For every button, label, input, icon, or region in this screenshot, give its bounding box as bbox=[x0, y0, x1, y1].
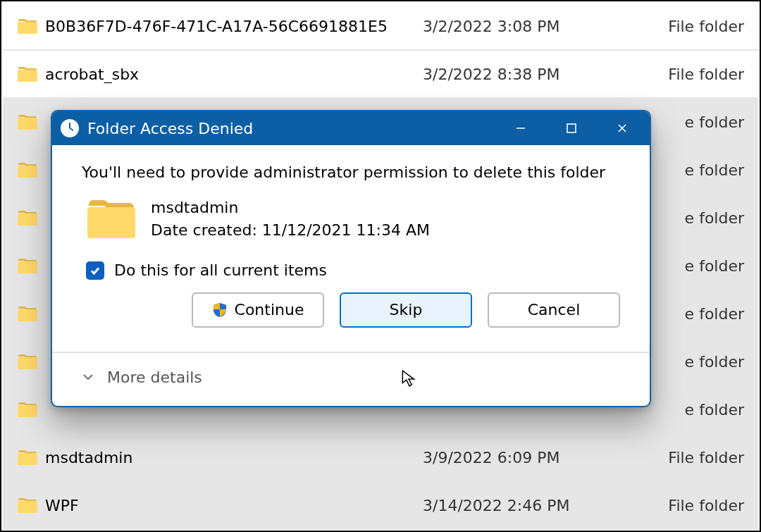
more-details-toggle[interactable]: More details bbox=[52, 353, 650, 406]
folder-icon bbox=[17, 66, 38, 82]
apply-all-checkbox[interactable] bbox=[86, 261, 104, 280]
folder-icon bbox=[17, 113, 38, 130]
file-row[interactable]: WPF3/14/2022 2:46 PMFile folder bbox=[3, 482, 758, 530]
folder-icon bbox=[86, 199, 137, 240]
svg-rect-8 bbox=[18, 405, 37, 417]
dialog-button-row: Continue Skip Cancel bbox=[82, 292, 620, 328]
apply-all-row: Do this for all current items bbox=[82, 261, 620, 280]
chevron-down-icon bbox=[82, 371, 94, 383]
continue-button[interactable]: Continue bbox=[192, 292, 324, 328]
more-details-label: More details bbox=[107, 369, 202, 386]
shield-icon bbox=[212, 302, 228, 318]
minimize-button[interactable] bbox=[506, 117, 536, 140]
dialog-object-row: msdtadmin Date created: 11/12/2021 11:34… bbox=[82, 197, 620, 242]
dialog-message: You'll need to provide administrator per… bbox=[82, 163, 620, 181]
file-row[interactable]: acrobat_sbx3/2/2022 8:38 PMFile folder bbox=[3, 51, 758, 99]
dialog-object-text: msdtadmin Date created: 11/12/2021 11:34… bbox=[151, 197, 430, 242]
file-row[interactable]: B0B36F7D-476F-471C-A17A-56C6691881E53/2/… bbox=[3, 3, 758, 51]
file-type: e folder bbox=[648, 305, 744, 323]
file-name: msdtadmin bbox=[42, 449, 423, 466]
svg-rect-6 bbox=[18, 309, 37, 321]
file-type: File folder bbox=[648, 449, 744, 466]
file-type: e folder bbox=[648, 401, 744, 419]
folder-icon bbox=[17, 209, 38, 226]
apply-all-label: Do this for all current items bbox=[114, 261, 327, 279]
cancel-button[interactable]: Cancel bbox=[488, 292, 620, 328]
folder-icon bbox=[17, 449, 38, 466]
file-type: e folder bbox=[648, 257, 744, 275]
svg-rect-9 bbox=[18, 453, 37, 465]
file-date: 3/9/2022 6:09 PM bbox=[423, 449, 648, 466]
clock-icon bbox=[61, 119, 79, 137]
folder-access-denied-dialog: Folder Access Denied You'll need to prov… bbox=[51, 110, 651, 407]
window-controls bbox=[506, 117, 641, 140]
svg-rect-5 bbox=[18, 261, 37, 273]
file-row[interactable]: msdtadmin3/9/2022 6:09 PMFile folder bbox=[3, 434, 758, 482]
close-button[interactable] bbox=[607, 117, 637, 140]
file-date: 3/14/2022 2:46 PM bbox=[423, 497, 648, 514]
continue-label: Continue bbox=[235, 301, 304, 318]
file-type: File folder bbox=[648, 497, 744, 514]
folder-icon bbox=[17, 353, 38, 370]
svg-rect-2 bbox=[18, 118, 37, 130]
cancel-label: Cancel bbox=[528, 301, 581, 318]
skip-label: Skip bbox=[390, 301, 423, 318]
file-name: B0B36F7D-476F-471C-A17A-56C6691881E5 bbox=[42, 18, 423, 35]
file-type: e folder bbox=[648, 113, 744, 131]
folder-icon bbox=[17, 305, 38, 322]
file-name: acrobat_sbx bbox=[42, 66, 423, 83]
svg-rect-4 bbox=[18, 214, 37, 225]
svg-rect-7 bbox=[18, 357, 37, 369]
file-type: e folder bbox=[648, 353, 744, 371]
folder-icon bbox=[17, 257, 38, 274]
cursor-icon bbox=[400, 369, 418, 388]
file-date: 3/2/2022 3:08 PM bbox=[423, 18, 648, 35]
folder-icon bbox=[17, 497, 38, 514]
svg-rect-1 bbox=[18, 70, 37, 82]
svg-rect-12 bbox=[87, 207, 135, 238]
svg-rect-3 bbox=[18, 166, 37, 178]
file-date: 3/2/2022 8:38 PM bbox=[423, 66, 648, 83]
folder-icon bbox=[17, 18, 38, 35]
svg-rect-0 bbox=[18, 22, 37, 34]
folder-icon bbox=[17, 401, 38, 418]
maximize-button[interactable] bbox=[557, 117, 586, 140]
dialog-titlebar[interactable]: Folder Access Denied bbox=[52, 111, 650, 145]
dialog-title: Folder Access Denied bbox=[87, 120, 497, 137]
folder-icon bbox=[17, 161, 38, 178]
file-type: File folder bbox=[648, 18, 744, 35]
file-type: e folder bbox=[648, 161, 744, 179]
skip-button[interactable]: Skip bbox=[340, 292, 472, 328]
dialog-object-meta: Date created: 11/12/2021 11:34 AM bbox=[151, 219, 430, 242]
svg-rect-11 bbox=[567, 124, 576, 132]
svg-rect-10 bbox=[18, 501, 37, 513]
file-name: WPF bbox=[42, 497, 423, 514]
file-type: e folder bbox=[648, 209, 744, 227]
dialog-object-name: msdtadmin bbox=[151, 197, 430, 219]
dialog-body: You'll need to provide administrator per… bbox=[52, 145, 650, 352]
file-type: File folder bbox=[648, 66, 744, 83]
